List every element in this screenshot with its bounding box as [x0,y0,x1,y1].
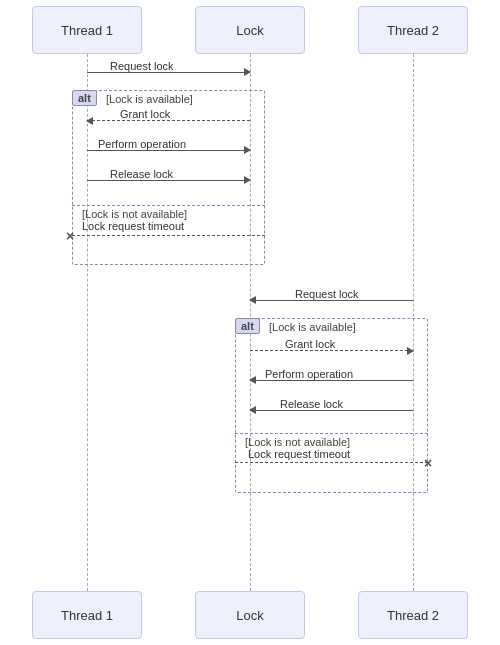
release-lock-2-line [250,410,413,411]
grant-lock-1-label: Grant lock [120,108,170,120]
request-lock-1-line [87,72,250,73]
lock-timeout-1-x: × [66,228,74,244]
grant-lock-1-line [87,120,250,121]
thread2-bot-box: Thread 2 [358,591,468,639]
lock-timeout-1-line [72,235,265,236]
grant-lock-2-line [250,350,413,351]
lock-timeout-1-label: Lock request timeout [82,220,184,232]
perform-op-2-label: Perform operation [265,368,353,380]
alt-condition-not-available-1: [Lock is not available] [82,208,187,220]
alt-divider-1 [72,205,265,206]
release-lock-2-label: Release lock [280,398,343,410]
perform-op-2-line [250,380,413,381]
request-lock-2-label: Request lock [295,288,359,300]
release-lock-1-label: Release lock [110,168,173,180]
alt-condition-available-2: [Lock is available] [269,321,356,333]
perform-op-1-label: Perform operation [98,138,186,150]
sequence-diagram: Thread 1 Lock Thread 2 Request lock alt … [0,0,500,645]
release-lock-1-line [87,180,250,181]
perform-op-1-line [87,150,250,151]
thread1-bot-box: Thread 1 [32,591,142,639]
lock-timeout-2-line [235,462,428,463]
request-lock-2-line [250,300,413,301]
lock-timeout-2-label: Lock request timeout [248,448,350,460]
grant-lock-2-label: Grant lock [285,338,335,350]
lock-bot-box: Lock [195,591,305,639]
thread2-top-box: Thread 2 [358,6,468,54]
alt-label-2: alt [235,318,260,334]
alt-divider-2 [235,433,428,434]
lock-timeout-2-x: × [424,455,432,471]
alt-condition-not-available-2: [Lock is not available] [245,436,350,448]
thread1-top-box: Thread 1 [32,6,142,54]
lock-top-box: Lock [195,6,305,54]
request-lock-1-label: Request lock [110,60,174,72]
alt-label-1: alt [72,90,97,106]
alt-condition-available-1: [Lock is available] [106,93,193,105]
